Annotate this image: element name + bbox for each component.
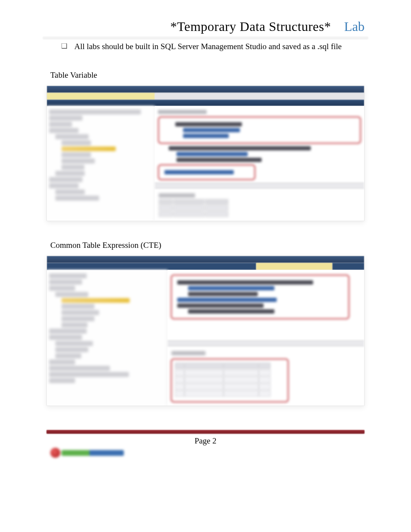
tree-node (55, 341, 93, 346)
tab-spacer (332, 263, 364, 270)
tree-node (49, 177, 82, 182)
tree-node (62, 316, 94, 321)
code-line (177, 280, 313, 285)
ssms-titlebar (47, 86, 364, 93)
tree-node (49, 109, 141, 114)
bullet-list-item: ❑ All labs should be built in SQL Server… (0, 39, 411, 51)
tree-node (62, 310, 99, 315)
tree-node (49, 335, 82, 340)
object-explorer-pane (47, 270, 168, 406)
section-heading-table-variable: Table Variable (0, 51, 411, 85)
tree-node (49, 183, 79, 188)
query-editor-pane (168, 270, 364, 406)
page-header: *Temporary Data Structures* Lab (0, 19, 411, 36)
tree-node (49, 360, 75, 365)
code-line (177, 304, 264, 308)
code-line (188, 309, 274, 314)
tree-node (49, 128, 79, 133)
ssms-tab-row (47, 93, 364, 100)
code-line (164, 170, 234, 174)
tree-node (49, 372, 129, 377)
object-explorer-pane (47, 106, 155, 221)
query-editor-pane (155, 106, 364, 221)
results-grid (158, 191, 361, 218)
code-line (188, 286, 274, 290)
query-tab (47, 263, 256, 270)
object-explorer-tab (47, 93, 155, 100)
tree-node (55, 134, 89, 139)
document-badge: Lab (344, 19, 365, 34)
code-line (183, 128, 240, 132)
footer-logo (50, 447, 124, 459)
tree-node (55, 292, 88, 297)
results-divider (168, 340, 364, 346)
ssms-titlebar (47, 256, 364, 263)
bullet-text: All labs should be built in SQL Server M… (74, 42, 342, 51)
query-tab (155, 93, 364, 100)
tree-node (55, 196, 99, 201)
tree-node (62, 159, 95, 164)
tree-node-highlighted (62, 147, 116, 151)
bullet-icon: ❑ (61, 42, 65, 50)
ssms-screenshot-cte (46, 256, 365, 406)
tree-node (49, 273, 87, 278)
header-divider (43, 36, 368, 39)
section-heading-cte: Common Table Expression (CTE) (0, 221, 411, 256)
ssms-screenshot-table-variable (46, 85, 365, 221)
code-line (177, 298, 277, 302)
tree-node (49, 122, 72, 127)
highlight-box-cte-query (171, 275, 350, 319)
code-line (176, 152, 248, 156)
tree-node (55, 347, 88, 352)
ssms-tab-row (47, 263, 364, 270)
logo-text (62, 450, 124, 456)
tree-node (62, 152, 91, 157)
tree-node (62, 165, 84, 170)
document-title: *Temporary Data Structures* (170, 19, 331, 34)
tree-node-highlighted (62, 298, 130, 303)
code-line (175, 122, 242, 126)
tree-node (62, 304, 94, 309)
code-line (176, 158, 262, 162)
tree-node (62, 322, 87, 327)
results-grid (171, 349, 361, 358)
tree-node (49, 286, 75, 291)
tree-node (49, 116, 82, 121)
tree-node (49, 366, 110, 371)
object-explorer-tab (256, 263, 332, 270)
results-label (159, 193, 195, 198)
code-line (158, 110, 207, 114)
code-line (188, 292, 258, 296)
highlight-box-select (158, 164, 255, 180)
logo-icon (50, 448, 60, 458)
tree-node (55, 171, 85, 176)
tree-node (49, 329, 87, 334)
tree-node (49, 378, 75, 383)
ssms-toolbar (47, 100, 364, 106)
code-line (183, 134, 229, 138)
highlight-box-declare (158, 116, 361, 144)
code-line (169, 146, 311, 150)
footer-divider (46, 430, 365, 434)
page-number: Page 2 (0, 436, 411, 446)
tree-node (49, 280, 82, 285)
tree-node (55, 353, 81, 358)
results-divider (155, 182, 364, 189)
highlight-box-cte-results (171, 358, 289, 402)
results-label (171, 351, 206, 355)
tree-node (62, 140, 91, 145)
tree-node (55, 189, 85, 194)
